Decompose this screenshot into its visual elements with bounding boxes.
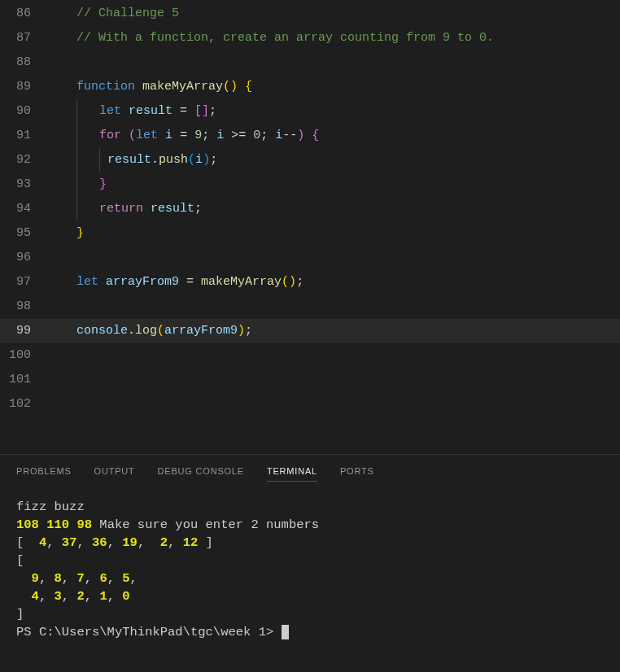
code-content[interactable]: let result = []; bbox=[47, 99, 620, 124]
code-line[interactable]: 94 return result; bbox=[0, 197, 620, 221]
line-number: 99 bbox=[0, 319, 47, 343]
code-line[interactable]: 93 } bbox=[0, 172, 620, 197]
code-line[interactable]: 92 result.push(i); bbox=[0, 148, 620, 172]
terminal-line: 4, 3, 2, 1, 0 bbox=[16, 589, 130, 604]
code-content[interactable]: } bbox=[47, 172, 620, 197]
code-content[interactable] bbox=[47, 392, 620, 417]
terminal-line: [ 4, 37, 36, 19, 2, 12 ] bbox=[16, 535, 213, 550]
code-content[interactable]: return result; bbox=[47, 197, 620, 221]
code-content[interactable]: let arrayFrom9 = makeMyArray(); bbox=[47, 270, 620, 295]
terminal-line: 9, 8, 7, 6, 5, bbox=[16, 571, 145, 586]
code-editor[interactable]: 86 // Challenge 587 // With a function, … bbox=[0, 0, 620, 454]
code-line[interactable]: 97 let arrayFrom9 = makeMyArray(); bbox=[0, 270, 620, 295]
line-number: 91 bbox=[0, 124, 47, 148]
code-line[interactable]: 86 // Challenge 5 bbox=[0, 2, 620, 26]
code-content[interactable]: for (let i = 9; i >= 0; i--) { bbox=[47, 124, 620, 148]
terminal-output[interactable]: fizz buzz 108 110 98 Make sure you enter… bbox=[0, 485, 620, 648]
line-number: 90 bbox=[0, 99, 47, 124]
line-number: 96 bbox=[0, 246, 47, 270]
panel-tab-debug-console[interactable]: DEBUG CONSOLE bbox=[158, 466, 244, 482]
terminal-line: fizz buzz bbox=[16, 500, 85, 514]
code-line[interactable]: 96 bbox=[0, 246, 620, 270]
terminal-line: ] bbox=[16, 607, 24, 622]
bottom-panel: PROBLEMSOUTPUTDEBUG CONSOLETERMINALPORTS… bbox=[0, 454, 620, 672]
line-number: 102 bbox=[0, 392, 47, 417]
code-line[interactable]: 102 bbox=[0, 392, 620, 417]
line-number: 89 bbox=[0, 75, 47, 99]
code-line[interactable]: 91 for (let i = 9; i >= 0; i--) { bbox=[0, 124, 620, 148]
code-content[interactable]: result.push(i); bbox=[47, 148, 620, 172]
code-content[interactable] bbox=[47, 50, 620, 75]
code-line[interactable]: 87 // With a function, create an array c… bbox=[0, 26, 620, 50]
code-line[interactable]: 100 bbox=[0, 343, 620, 368]
line-number: 95 bbox=[0, 221, 47, 246]
code-line[interactable]: 101 bbox=[0, 368, 620, 392]
panel-tabs: PROBLEMSOUTPUTDEBUG CONSOLETERMINALPORTS bbox=[0, 460, 620, 485]
code-content[interactable] bbox=[47, 246, 620, 270]
code-line[interactable]: 88 bbox=[0, 50, 620, 75]
code-content[interactable] bbox=[47, 343, 620, 368]
code-content[interactable]: console.log(arrayFrom9); bbox=[47, 319, 620, 343]
code-content[interactable]: // With a function, create an array coun… bbox=[47, 26, 620, 50]
terminal-prompt[interactable]: PS C:\Users\MyThinkPad\tgc\week 1> bbox=[16, 625, 289, 639]
terminal-line: [ bbox=[16, 553, 24, 568]
panel-tab-terminal[interactable]: TERMINAL bbox=[267, 466, 317, 482]
line-number: 94 bbox=[0, 197, 47, 221]
panel-tab-ports[interactable]: PORTS bbox=[340, 466, 374, 482]
line-number: 101 bbox=[0, 368, 47, 392]
panel-tab-output[interactable]: OUTPUT bbox=[94, 466, 135, 482]
line-number: 87 bbox=[0, 26, 47, 50]
code-line[interactable]: 98 bbox=[0, 295, 620, 319]
code-line[interactable]: 90 let result = []; bbox=[0, 99, 620, 124]
line-number: 86 bbox=[0, 2, 47, 26]
code-content[interactable]: } bbox=[47, 221, 620, 246]
line-number: 97 bbox=[0, 270, 47, 295]
code-content[interactable] bbox=[47, 368, 620, 392]
code-content[interactable]: function makeMyArray() { bbox=[47, 75, 620, 99]
code-line[interactable]: 89 function makeMyArray() { bbox=[0, 75, 620, 99]
terminal-line: 108 110 98 Make sure you enter 2 numbers bbox=[16, 517, 319, 532]
panel-tab-problems[interactable]: PROBLEMS bbox=[16, 466, 72, 482]
code-content[interactable] bbox=[47, 295, 620, 319]
line-number: 98 bbox=[0, 295, 47, 319]
cursor-icon bbox=[282, 625, 289, 639]
code-content[interactable]: // Challenge 5 bbox=[47, 2, 620, 26]
line-number: 93 bbox=[0, 172, 47, 197]
code-line[interactable]: 99 console.log(arrayFrom9); bbox=[0, 319, 620, 343]
line-number: 100 bbox=[0, 343, 47, 368]
line-number: 92 bbox=[0, 148, 47, 172]
line-number: 88 bbox=[0, 50, 47, 75]
code-line[interactable]: 95 } bbox=[0, 221, 620, 246]
